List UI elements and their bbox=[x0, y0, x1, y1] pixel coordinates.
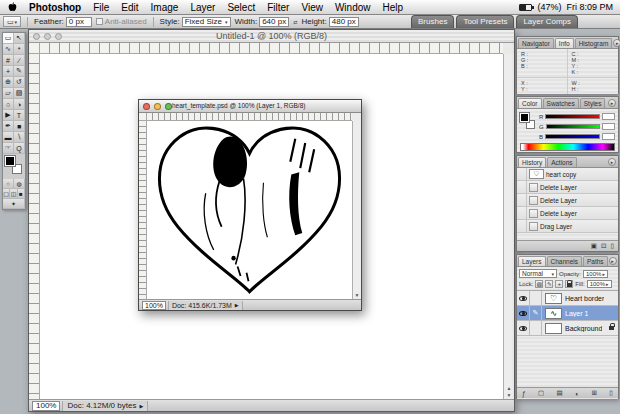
zoom-button[interactable] bbox=[165, 103, 172, 110]
menu-clock[interactable]: Fri 8:09 PM bbox=[566, 2, 613, 12]
tab-paths[interactable]: Paths bbox=[583, 256, 608, 266]
clone-stamp-tool[interactable]: ⊕ bbox=[3, 77, 14, 88]
minimize-button-inactive[interactable] bbox=[44, 33, 51, 40]
full-screen-menubar-mode-button[interactable]: ◫ bbox=[10, 189, 17, 199]
menu-select[interactable]: Select bbox=[221, 0, 261, 14]
menu-edit[interactable]: Edit bbox=[115, 0, 144, 14]
type-tool[interactable]: T bbox=[14, 110, 25, 121]
palette-menu-icon[interactable]: ▸ bbox=[609, 257, 617, 265]
notes-tool[interactable]: ▬ bbox=[3, 132, 14, 143]
window-titlebar[interactable]: heart_template.psd @ 100% (Layer 1, RGB/… bbox=[139, 100, 361, 113]
width-input[interactable]: 640 px bbox=[259, 17, 289, 27]
history-state-row[interactable]: Delete Layer bbox=[517, 194, 618, 207]
horizontal-ruler[interactable] bbox=[147, 113, 352, 121]
link-cell[interactable] bbox=[530, 291, 542, 305]
history-source-well[interactable] bbox=[517, 181, 527, 193]
tab-layers[interactable]: Layers bbox=[518, 256, 546, 266]
delete-layer-button[interactable]: ▯ bbox=[609, 389, 613, 397]
menu-filter[interactable]: Filter bbox=[261, 0, 295, 14]
apple-menu-icon[interactable] bbox=[8, 2, 17, 12]
layer-effects-button[interactable]: ƒ bbox=[522, 390, 526, 397]
shape-tool[interactable]: ■ bbox=[14, 121, 25, 132]
history-source-well[interactable] bbox=[517, 168, 527, 180]
status-menu-icon[interactable]: ▶ bbox=[139, 403, 143, 409]
visibility-toggle[interactable] bbox=[517, 306, 530, 320]
tab-history[interactable]: History bbox=[518, 157, 546, 167]
active-paint-cell[interactable]: ✎ bbox=[530, 306, 542, 320]
brush-tool[interactable]: ✎ bbox=[14, 66, 25, 77]
window-titlebar[interactable]: Untitled-1 @ 100% (RGB/8) bbox=[29, 30, 514, 43]
blend-mode-select[interactable]: Normal▾ bbox=[519, 269, 557, 278]
red-value-field[interactable] bbox=[602, 113, 615, 120]
vertical-ruler[interactable] bbox=[139, 121, 147, 299]
tab-navigator[interactable]: Navigator bbox=[518, 38, 554, 48]
minimize-button[interactable] bbox=[154, 103, 161, 110]
palette-menu-icon[interactable]: ▸ bbox=[608, 158, 616, 166]
palette-menu-icon[interactable]: ▸ bbox=[608, 99, 616, 107]
canvas[interactable] bbox=[147, 121, 352, 299]
vertical-scrollbar[interactable]: ▲ ▼ bbox=[503, 54, 514, 399]
palette-menu-icon[interactable]: ▸ bbox=[613, 39, 620, 47]
close-button-inactive[interactable] bbox=[33, 33, 40, 40]
quick-mask-mode-button[interactable]: ◍ bbox=[14, 179, 25, 189]
menu-image[interactable]: Image bbox=[145, 0, 185, 14]
full-screen-mode-button[interactable]: ■ bbox=[18, 189, 25, 199]
visibility-toggle[interactable] bbox=[517, 321, 530, 335]
zoom-level-field[interactable]: 100% bbox=[32, 401, 60, 411]
menu-file[interactable]: File bbox=[87, 0, 115, 14]
tab-histogram[interactable]: Histogram bbox=[575, 38, 613, 48]
zoom-level-field[interactable]: 100% bbox=[142, 301, 166, 310]
lock-transparency-button[interactable]: ▨ bbox=[535, 280, 543, 288]
lock-all-button[interactable] bbox=[565, 280, 573, 288]
visibility-toggle[interactable] bbox=[517, 291, 530, 305]
eraser-tool[interactable]: ▱ bbox=[3, 88, 14, 99]
history-state-row[interactable]: Delete Layer bbox=[517, 181, 618, 194]
history-source-well[interactable] bbox=[517, 207, 527, 219]
layer-name[interactable]: Background bbox=[565, 325, 602, 332]
current-tool-preset[interactable]: ▭▾ bbox=[3, 16, 21, 27]
green-slider[interactable] bbox=[546, 124, 600, 129]
tab-styles[interactable]: Styles bbox=[580, 98, 606, 108]
menu-window[interactable]: Window bbox=[329, 0, 377, 14]
layer-mask-button[interactable]: ▢ bbox=[538, 389, 544, 397]
menu-view[interactable]: View bbox=[295, 0, 329, 14]
red-slider[interactable] bbox=[545, 114, 600, 119]
opacity-field[interactable]: 100%▸ bbox=[583, 270, 608, 278]
standard-screen-mode-button[interactable]: ▢ bbox=[3, 189, 10, 199]
brushes-palette-button[interactable]: Brushes bbox=[411, 15, 454, 28]
swap-dimensions-icon[interactable]: ⇄ bbox=[293, 19, 297, 25]
close-button[interactable] bbox=[143, 103, 150, 110]
tab-swatches[interactable]: Swatches bbox=[543, 98, 579, 108]
layer-row-layer-1[interactable]: ✎ ∿ Layer 1 bbox=[517, 306, 618, 321]
lock-pixels-button[interactable]: ✎ bbox=[545, 280, 553, 288]
layer-name[interactable]: Layer 1 bbox=[565, 310, 588, 317]
tab-actions[interactable]: Actions bbox=[547, 157, 576, 167]
pen-tool[interactable]: ✒ bbox=[3, 121, 14, 132]
menu-help[interactable]: Help bbox=[377, 0, 410, 14]
vertical-scrollbar[interactable]: ▼ bbox=[352, 121, 361, 299]
height-input[interactable]: 480 px bbox=[329, 17, 359, 27]
history-brush-tool[interactable]: ↺ bbox=[14, 77, 25, 88]
menu-photoshop[interactable]: Photoshop bbox=[23, 2, 87, 13]
green-value-field[interactable] bbox=[602, 123, 615, 130]
history-state-row[interactable]: Delete Layer bbox=[517, 207, 618, 220]
delete-state-button[interactable]: ▯ bbox=[610, 242, 614, 250]
tab-color[interactable]: Color bbox=[518, 98, 542, 108]
zoom-button-inactive[interactable] bbox=[55, 33, 62, 40]
healing-brush-tool[interactable]: + bbox=[3, 66, 14, 77]
lasso-tool[interactable]: ∿ bbox=[3, 44, 14, 55]
horizontal-ruler[interactable] bbox=[40, 43, 503, 54]
foreground-color-swatch[interactable] bbox=[520, 113, 529, 122]
vertical-ruler[interactable] bbox=[29, 54, 40, 399]
dodge-tool[interactable]: ◑ bbox=[14, 99, 25, 110]
battery-icon[interactable] bbox=[519, 4, 532, 11]
history-snapshot-row[interactable]: ♡ heart copy bbox=[517, 168, 618, 181]
foreground-color-swatch[interactable] bbox=[5, 156, 15, 166]
fill-field[interactable]: 100%▸ bbox=[587, 280, 612, 288]
new-document-from-state-button[interactable]: ▣ bbox=[591, 242, 597, 250]
move-tool[interactable]: ↖ bbox=[14, 33, 25, 44]
layer-set-button[interactable]: ▤ bbox=[557, 389, 563, 397]
zoom-tool[interactable]: Q bbox=[14, 143, 25, 154]
tool-presets-palette-button[interactable]: Tool Presets bbox=[456, 15, 514, 28]
hand-tool[interactable]: ☞ bbox=[3, 143, 14, 154]
